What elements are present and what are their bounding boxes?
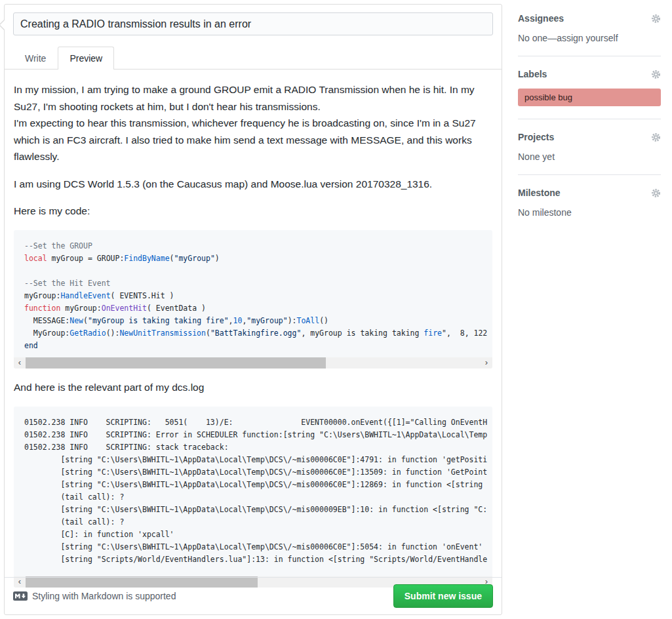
labels-heading: Labels — [518, 69, 547, 79]
assignees-value[interactable]: No one—assign yourself — [518, 33, 661, 43]
lua-code-lines: --Set the GROUPlocal myGroup = GROUP:Fin… — [14, 230, 492, 357]
code-line: myGroup:HandleEvent( EVENTS.Hit ) — [24, 290, 482, 302]
comment-box-caret — [0, 19, 5, 31]
code-line: MyGroup:GetRadio():NewUnitTransmission("… — [24, 327, 482, 340]
log-line: [string "C:\Users\BWHITL~1\AppData\Local… — [24, 479, 482, 491]
gear-icon — [651, 132, 661, 142]
scroll-left-arrow[interactable]: ‹ — [14, 357, 26, 369]
log-line: 01502.238 INFO SCRIPTING: 5051( 13)/E: E… — [24, 416, 482, 429]
milestone-heading: Milestone — [518, 188, 561, 198]
projects-heading: Projects — [518, 132, 554, 142]
form-footer: Styling with Markdown is supported Submi… — [5, 577, 502, 614]
log-line: [C]: in function 'xpcall' — [24, 529, 482, 541]
tab-preview[interactable]: Preview — [58, 47, 114, 70]
paragraph-text: In my mission, I am trying to make a gro… — [14, 84, 475, 112]
code-line: --Set the GROUP — [24, 240, 482, 252]
log-line: (tail call): ? — [24, 491, 482, 504]
scroll-right-arrow[interactable]: › — [481, 357, 492, 369]
log-lines: 01502.238 INFO SCRIPTING: 5051( 13)/E: E… — [14, 407, 492, 576]
log-line: 01502.238 INFO SCRIPTING: Error in SCHED… — [24, 429, 482, 441]
label-possible-bug[interactable]: possible bug — [518, 89, 661, 106]
markdown-support-note[interactable]: Styling with Markdown is supported — [13, 591, 176, 601]
log-code-block: 01502.238 INFO SCRIPTING: 5051( 13)/E: E… — [14, 407, 492, 588]
paragraph-text: I'm expecting to hear this transmission,… — [14, 117, 476, 162]
code-line: function myGroup:OnEventHit( EventData ) — [24, 302, 482, 315]
projects-value: None yet — [518, 151, 661, 162]
issue-body-paragraph: And here is the relevant part of my dcs.… — [14, 379, 492, 396]
sidebar-section-assignees: Assignees No one—assign yourself — [518, 13, 661, 56]
new-issue-form: Write Preview In my mission, I am trying… — [4, 4, 502, 615]
gear-icon — [651, 70, 661, 79]
issue-body-paragraph: I am using DCS World 1.5.3 (on the Cauca… — [14, 176, 492, 193]
issue-sidebar: Assignees No one—assign yourself Labels — [518, 13, 661, 243]
preview-pane: In my mission, I am trying to make a gro… — [5, 70, 502, 588]
code-line: --Set the Hit Event — [24, 277, 482, 290]
markdown-note-text: Styling with Markdown is supported — [32, 591, 176, 601]
code-line — [24, 265, 482, 277]
issue-body-paragraph: Here is my code: — [14, 203, 492, 220]
code-line: end — [24, 340, 482, 352]
scrollbar-thumb[interactable] — [26, 357, 326, 369]
issue-body-paragraph: In my mission, I am trying to make a gro… — [14, 81, 492, 165]
log-line: 01502.238 INFO SCRIPTING: stack tracebac… — [24, 441, 482, 454]
code-line: MESSAGE:New("myGroup is taking taking fi… — [24, 315, 482, 327]
log-line: [string "C:\Users\BWHITL~1\AppData\Local… — [24, 541, 482, 553]
log-line: [string "Scripts/World/EventHandlers.lua… — [24, 553, 482, 566]
log-line: [string "C:\Users\BWHITL~1\AppData\Local… — [24, 466, 482, 479]
lua-code-block: --Set the GROUPlocal myGroup = GROUP:Fin… — [14, 230, 492, 369]
horizontal-scrollbar[interactable]: ‹ › — [14, 357, 492, 369]
sidebar-section-projects: Projects None yet — [518, 132, 661, 175]
tab-write[interactable]: Write — [13, 47, 58, 70]
issue-title-input[interactable] — [13, 12, 493, 35]
submit-new-issue-button[interactable]: Submit new issue — [393, 584, 493, 608]
log-line: (tail call): ? — [24, 516, 482, 529]
assignees-heading: Assignees — [518, 13, 564, 24]
labels-gear-button[interactable] — [651, 70, 661, 79]
projects-gear-button[interactable] — [651, 132, 661, 142]
assignees-gear-button[interactable] — [651, 14, 661, 24]
write-preview-tabs: Write Preview — [5, 47, 502, 70]
gear-icon — [651, 188, 661, 198]
log-line: [string "C:\Users\BWHITL~1\AppData\Local… — [24, 454, 482, 466]
markdown-icon — [13, 591, 28, 601]
sidebar-section-labels: Labels possible bug — [518, 69, 661, 119]
milestone-value: No milestone — [518, 207, 661, 218]
code-line: local myGroup = GROUP:FindByName("myGrou… — [24, 252, 482, 265]
gear-icon — [651, 14, 661, 24]
milestone-gear-button[interactable] — [651, 188, 661, 198]
sidebar-section-milestone: Milestone No milestone — [518, 188, 661, 230]
log-line: [string "C:\Users\BWHITL~1\AppData\Local… — [24, 504, 482, 516]
scrollbar-track[interactable] — [26, 357, 481, 369]
